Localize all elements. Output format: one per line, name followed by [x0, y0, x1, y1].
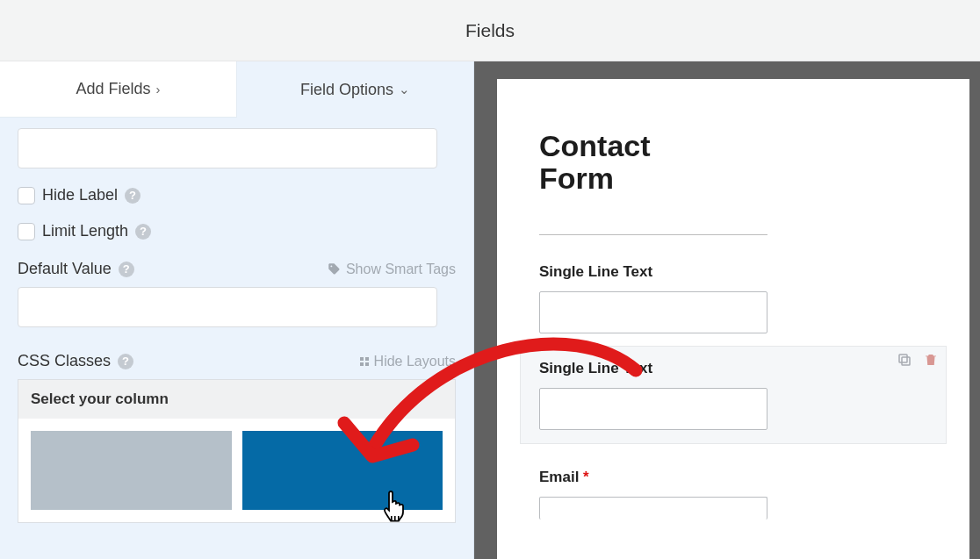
tab-add-fields[interactable]: Add Fields ›: [0, 61, 237, 118]
smart-tags-text: Show Smart Tags: [346, 262, 456, 277]
limit-length-checkbox[interactable]: [18, 223, 35, 240]
field-label: Single Line Text: [539, 360, 927, 377]
hide-label-text: Hide Label: [42, 186, 118, 204]
form-title: Contact Form: [539, 130, 697, 196]
required-asterisk: *: [583, 469, 589, 485]
left-panel: Add Fields › Field Options ⌄ Hide Label …: [0, 61, 474, 559]
chevron-right-icon: ›: [156, 82, 161, 97]
default-value-label-wrap: Default Value ?: [18, 260, 134, 278]
css-classes-header: CSS Classes ? Hide Layouts: [18, 352, 456, 370]
chevron-down-icon: ⌄: [399, 82, 410, 97]
column-option-left[interactable]: [31, 431, 232, 510]
field-label: Email *: [539, 469, 927, 486]
field-input[interactable]: [539, 291, 767, 333]
field-action-icons: [896, 351, 940, 369]
field-label: Single Line Text: [539, 263, 927, 281]
page-title-bar: Fields: [0, 0, 980, 61]
preview-column: Contact Form Single Line Text: [474, 61, 980, 559]
duplicate-icon[interactable]: [896, 351, 913, 369]
hide-label-row: Hide Label ?: [18, 186, 456, 204]
tab-strip: Add Fields › Field Options ⌄: [0, 61, 473, 118]
form-field-1[interactable]: Single Line Text: [539, 263, 927, 333]
field-input[interactable]: [539, 388, 767, 430]
form-preview: Contact Form Single Line Text: [497, 79, 969, 559]
limit-length-row: Limit Length ?: [18, 222, 456, 240]
divider: [539, 234, 767, 235]
column-picker-body: [18, 419, 455, 522]
default-value-header: Default Value ? Show Smart Tags: [18, 260, 456, 278]
svg-rect-1: [899, 355, 907, 362]
page-title: Fields: [465, 20, 515, 40]
grid-icon: [360, 357, 369, 366]
label-input[interactable]: [18, 128, 437, 168]
trash-icon[interactable]: [922, 351, 940, 369]
form-field-3[interactable]: Email *: [539, 469, 927, 520]
show-smart-tags-link[interactable]: Show Smart Tags: [328, 262, 456, 277]
main-layout: Add Fields › Field Options ⌄ Hide Label …: [0, 61, 980, 559]
help-icon[interactable]: ?: [118, 354, 133, 369]
hide-label-checkbox[interactable]: [18, 187, 35, 204]
help-icon[interactable]: ?: [119, 262, 134, 277]
help-icon[interactable]: ?: [125, 188, 141, 204]
help-icon[interactable]: ?: [135, 224, 151, 240]
default-value-label: Default Value: [18, 260, 112, 278]
css-classes-label: CSS Classes: [18, 352, 111, 370]
hide-layouts-link[interactable]: Hide Layouts: [360, 354, 456, 369]
form-field-2-selected[interactable]: Single Line Text: [539, 360, 927, 430]
field-options-body: Hide Label ? Limit Length ? Default Valu…: [0, 118, 473, 541]
default-value-input[interactable]: [18, 287, 437, 327]
tab-field-options[interactable]: Field Options ⌄: [237, 61, 473, 118]
css-classes-label-wrap: CSS Classes ?: [18, 352, 133, 370]
column-option-right[interactable]: [242, 431, 443, 510]
column-picker: Select your column: [18, 379, 456, 523]
field-label-text: Email: [539, 469, 579, 485]
hide-layouts-text: Hide Layouts: [374, 354, 456, 369]
field-input[interactable]: [539, 497, 767, 520]
tab-label: Field Options: [300, 81, 393, 99]
limit-length-text: Limit Length: [42, 222, 128, 240]
tag-icon: [328, 262, 341, 276]
svg-rect-0: [902, 357, 910, 365]
column-picker-title: Select your column: [18, 380, 455, 419]
tab-label: Add Fields: [76, 80, 150, 98]
preview-frame: Contact Form Single Line Text: [474, 61, 980, 559]
